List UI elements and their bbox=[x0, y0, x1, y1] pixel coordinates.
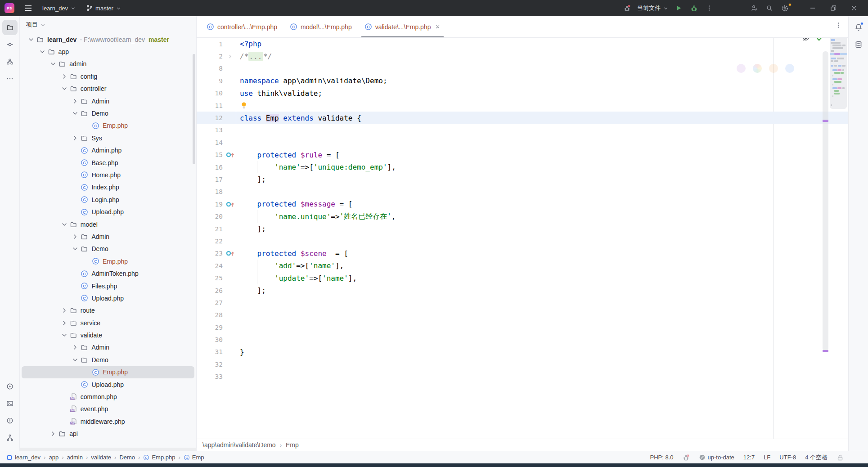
code-line[interactable]: 12class Emp extends validate { bbox=[197, 112, 848, 124]
tree-row[interactable]: Demo bbox=[22, 354, 194, 366]
code-line[interactable]: 2/*...*/ bbox=[197, 50, 848, 62]
debug-button[interactable] bbox=[686, 1, 702, 15]
breadcrumb-item[interactable]: \app\admin\validate\Demo bbox=[202, 441, 276, 449]
tree-row[interactable]: service bbox=[22, 317, 194, 329]
search-everywhere-button[interactable] bbox=[762, 1, 777, 15]
code-line[interactable]: 23 protected $scene = [ bbox=[197, 247, 848, 260]
run-button[interactable] bbox=[671, 1, 686, 15]
tree-row[interactable]: CIndex.php bbox=[22, 181, 194, 193]
services-tool-button[interactable] bbox=[2, 379, 18, 394]
override-gutter-icon[interactable] bbox=[225, 201, 235, 208]
code-line[interactable]: 31} bbox=[197, 346, 848, 358]
code-line[interactable]: 24 'add'=>['name'], bbox=[197, 260, 848, 272]
code-line[interactable]: 16 'name'=>['unique:demo_emp'], bbox=[197, 161, 848, 173]
tree-row[interactable]: admin bbox=[22, 58, 194, 70]
code-line[interactable]: 27 bbox=[197, 296, 848, 309]
tree-chevron-icon[interactable] bbox=[70, 232, 80, 242]
tree-chevron-icon[interactable] bbox=[70, 355, 80, 365]
code-line[interactable]: 8 bbox=[197, 63, 848, 75]
code-line[interactable]: 18 bbox=[197, 186, 848, 198]
more-tools-button[interactable] bbox=[2, 71, 18, 86]
line-separator-widget[interactable]: LF bbox=[764, 454, 770, 461]
chevron-down-icon[interactable] bbox=[40, 22, 46, 28]
tree-row[interactable]: CHome.php bbox=[22, 169, 194, 181]
tree-row[interactable]: app bbox=[22, 45, 194, 58]
editor-tab[interactable]: Ccontroller\...\Emp.php bbox=[200, 16, 283, 37]
minimize-button[interactable] bbox=[802, 0, 823, 16]
more-actions-button[interactable] bbox=[702, 1, 717, 15]
code-line[interactable]: 20 'name.unique'=>'姓名已经存在', bbox=[197, 210, 848, 222]
main-menu-button[interactable] bbox=[21, 2, 36, 14]
editor-tab[interactable]: Cvalidate\...\Emp.php bbox=[358, 16, 447, 37]
unlock-icon[interactable] bbox=[837, 454, 844, 461]
tree-row[interactable]: CUpload.php bbox=[22, 378, 194, 391]
branch-selector[interactable]: master bbox=[82, 3, 125, 13]
tree-chevron-icon[interactable] bbox=[70, 96, 80, 106]
tree-chevron-icon[interactable] bbox=[59, 330, 69, 340]
analysis-status-widget[interactable]: up-to-date bbox=[699, 454, 734, 461]
breadcrumb-item[interactable]: Emp bbox=[286, 441, 299, 449]
restore-button[interactable] bbox=[823, 0, 844, 16]
close-button[interactable] bbox=[844, 0, 864, 16]
status-path-item[interactable]: app bbox=[49, 454, 58, 461]
tree-row[interactable]: model bbox=[22, 218, 194, 230]
terminal-tool-button[interactable] bbox=[2, 396, 18, 411]
tree-chevron-icon[interactable] bbox=[59, 220, 69, 229]
code-line[interactable]: 13 bbox=[197, 124, 848, 136]
code-line[interactable]: 14 bbox=[197, 136, 848, 148]
encoding-widget[interactable]: UTF-8 bbox=[779, 454, 796, 461]
tree-row[interactable]: CBase.php bbox=[22, 157, 194, 169]
reader-mode-eye-off-icon[interactable] bbox=[802, 38, 810, 42]
commit-tool-button[interactable] bbox=[2, 37, 18, 52]
project-vertical-scrollbar[interactable] bbox=[193, 54, 195, 164]
code-line[interactable]: 32 bbox=[197, 358, 848, 370]
tree-row[interactable]: CLogin.php bbox=[22, 193, 194, 206]
tab-close-icon[interactable] bbox=[435, 24, 441, 30]
fold-arrow-icon[interactable] bbox=[227, 54, 233, 59]
status-path-item[interactable]: validate bbox=[91, 454, 111, 461]
tree-chevron-icon[interactable] bbox=[59, 318, 69, 328]
code-line[interactable]: 26 ]; bbox=[197, 284, 848, 296]
tree-row[interactable]: Demo bbox=[22, 107, 194, 119]
code-line[interactable]: 11 bbox=[197, 99, 848, 112]
tree-chevron-icon[interactable] bbox=[59, 84, 69, 94]
code-line[interactable]: 28 bbox=[197, 309, 848, 321]
code-line[interactable]: 17 ]; bbox=[197, 173, 848, 185]
tree-chevron-icon[interactable] bbox=[59, 305, 69, 315]
tree-row[interactable]: CAdmin.php bbox=[22, 144, 194, 157]
tree-row[interactable]: CFiles.php bbox=[22, 280, 194, 292]
structure-tool-button[interactable] bbox=[2, 54, 18, 69]
no-problems-check-icon[interactable] bbox=[816, 38, 824, 42]
tree-row[interactable]: Sys bbox=[22, 132, 194, 144]
tree-row[interactable]: Admin bbox=[22, 95, 194, 107]
tree-chevron-icon[interactable] bbox=[70, 342, 80, 352]
tree-row[interactable]: PHPcommon.php bbox=[22, 391, 194, 403]
tree-chevron-icon[interactable] bbox=[48, 59, 58, 69]
tree-chevron-icon[interactable] bbox=[70, 244, 80, 254]
run-configuration-selector[interactable]: 当前文件 bbox=[635, 1, 671, 15]
tree-chevron-icon[interactable] bbox=[48, 429, 58, 439]
project-selector[interactable]: learn_dev bbox=[39, 3, 80, 13]
settings-button[interactable] bbox=[777, 1, 792, 15]
code-line[interactable]: 10use think\validate; bbox=[197, 87, 848, 99]
code-line[interactable]: 1<?php bbox=[197, 38, 848, 50]
git-tool-button[interactable] bbox=[2, 430, 18, 445]
code-line[interactable]: 22 bbox=[197, 235, 848, 247]
tree-row[interactable]: route bbox=[22, 305, 194, 317]
status-path-item[interactable]: Demo bbox=[119, 454, 135, 461]
code-line[interactable]: 29 bbox=[197, 321, 848, 333]
notifications-button[interactable] bbox=[851, 20, 866, 35]
status-path-item[interactable]: CEmp bbox=[184, 454, 204, 461]
code-editor[interactable]: 1<?php2/*...*/89namespace app\admin\vali… bbox=[197, 38, 848, 439]
code-line[interactable]: 15 protected $rule = [ bbox=[197, 149, 848, 161]
code-line[interactable]: 30 bbox=[197, 333, 848, 346]
database-tool-button[interactable] bbox=[851, 37, 866, 52]
project-tool-button[interactable] bbox=[2, 20, 18, 35]
code-line[interactable]: 25 'update'=>['name'], bbox=[197, 272, 848, 284]
tree-chevron-icon[interactable] bbox=[70, 108, 80, 118]
tree-row[interactable]: CUpload.php bbox=[22, 292, 194, 304]
tab-options-button[interactable] bbox=[835, 22, 842, 29]
tree-row[interactable]: PHPevent.php bbox=[22, 403, 194, 415]
caret-position-widget[interactable]: 12:7 bbox=[743, 454, 755, 461]
tree-row[interactable]: CUpload.php bbox=[22, 206, 194, 218]
